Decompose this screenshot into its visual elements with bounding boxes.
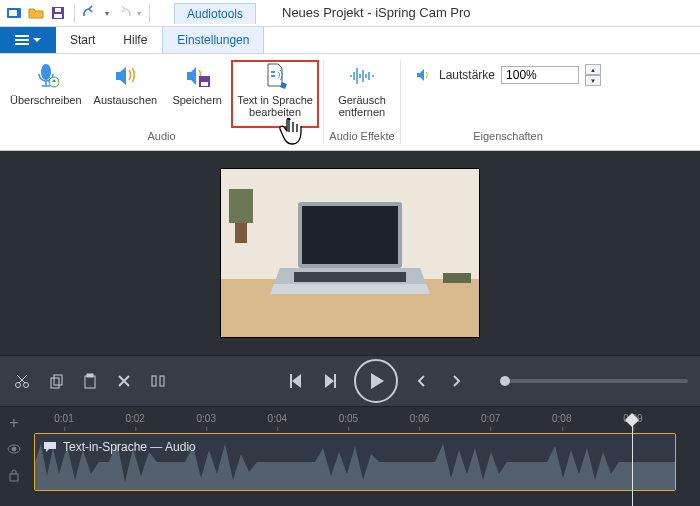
ruler-tick: 0:06 — [410, 413, 429, 424]
crop-button[interactable] — [148, 371, 168, 391]
svg-rect-26 — [334, 374, 336, 388]
svg-point-5 — [41, 64, 51, 80]
ruler-tick: 0:03 — [196, 413, 215, 424]
timeline: + 0:010:020:030:040:050:060:070:080:09 T… — [0, 407, 700, 506]
svg-rect-4 — [55, 8, 61, 12]
document-speech-icon — [259, 62, 291, 90]
svg-rect-12 — [235, 223, 247, 243]
ruler-tick: 0:04 — [268, 413, 287, 424]
microphone-icon — [30, 62, 62, 90]
svg-rect-22 — [87, 374, 93, 377]
svg-rect-19 — [51, 378, 59, 388]
copy-button[interactable] — [46, 371, 66, 391]
svg-point-17 — [16, 383, 21, 388]
prev-frame-button[interactable] — [412, 371, 432, 391]
laptop-icon — [270, 198, 430, 308]
svg-rect-24 — [160, 376, 164, 386]
denoise-button[interactable]: Geräusch entfernen — [328, 60, 396, 128]
next-frame-button[interactable] — [446, 371, 466, 391]
audio-track[interactable]: Text-in-Sprache — Audio — [34, 433, 676, 491]
tab-bar: Start Hilfe Einstellungen — [0, 27, 700, 54]
save-audio-button[interactable]: Speichern — [163, 60, 231, 128]
delete-button[interactable] — [114, 371, 134, 391]
svg-point-18 — [24, 383, 29, 388]
svg-rect-11 — [229, 189, 253, 223]
tab-settings[interactable]: Einstellungen — [162, 26, 264, 53]
svg-rect-13 — [443, 273, 471, 283]
window-title: Neues Projekt - iSpring Cam Pro — [282, 5, 471, 20]
svg-rect-1 — [9, 10, 17, 16]
playback-controls — [0, 355, 700, 407]
waveform-icon — [346, 62, 378, 90]
ruler-tick: 0:08 — [552, 413, 571, 424]
save-icon[interactable] — [50, 5, 66, 21]
ribbon-group-properties: Lautstärke ▲▼ Eigenschaften — [401, 60, 615, 144]
svg-rect-20 — [54, 375, 62, 385]
visibility-icon[interactable] — [6, 441, 22, 457]
ruler-tick: 0:07 — [481, 413, 500, 424]
svg-rect-3 — [54, 14, 62, 18]
ruler-tick: 0:05 — [339, 413, 358, 424]
track-label: Text-in-Sprache — Audio — [63, 440, 196, 454]
ribbon: Überschreiben Austauschen Speichern Text… — [0, 54, 700, 151]
quick-access-toolbar: ▾ ▾ Audiotools Neues Projekt - iSpring C… — [0, 0, 700, 27]
volume-spinner[interactable]: ▲▼ — [585, 64, 601, 86]
skip-start-button[interactable] — [286, 371, 306, 391]
ruler-tick: 0:01 — [54, 413, 73, 424]
play-button[interactable] — [354, 359, 398, 403]
replace-button[interactable]: Austauschen — [88, 60, 164, 128]
skip-end-button[interactable] — [320, 371, 340, 391]
open-icon[interactable] — [28, 5, 44, 21]
tab-help[interactable]: Hilfe — [109, 27, 161, 53]
app-icon — [6, 5, 22, 21]
svg-rect-29 — [10, 474, 18, 481]
preview-canvas — [220, 168, 480, 338]
redo-icon[interactable] — [115, 5, 131, 21]
add-track-button[interactable]: + — [6, 415, 22, 431]
volume-input[interactable] — [501, 66, 579, 84]
tab-start[interactable]: Start — [56, 27, 109, 53]
speech-bubble-icon — [43, 440, 57, 454]
volume-icon — [415, 67, 433, 83]
svg-rect-15 — [302, 206, 398, 264]
time-ruler[interactable]: 0:010:020:030:040:050:060:070:080:09 — [28, 407, 700, 429]
paste-button[interactable] — [80, 371, 100, 391]
lock-icon[interactable] — [6, 467, 22, 483]
contextual-tab-label: Audiotools — [174, 3, 256, 24]
file-menu-button[interactable] — [0, 27, 56, 53]
undo-icon[interactable] — [83, 5, 99, 21]
speaker-save-icon — [181, 62, 213, 90]
cut-button[interactable] — [12, 371, 32, 391]
svg-rect-16 — [294, 272, 406, 282]
scrub-bar[interactable] — [500, 379, 688, 383]
preview-area — [0, 151, 700, 355]
cursor-hand-icon — [276, 112, 310, 152]
volume-label: Lautstärke — [439, 68, 495, 82]
svg-rect-21 — [85, 376, 95, 388]
ruler-tick: 0:02 — [125, 413, 144, 424]
speaker-icon — [109, 62, 141, 90]
svg-rect-8 — [201, 82, 208, 86]
svg-rect-23 — [152, 376, 156, 386]
svg-point-28 — [12, 447, 16, 451]
ribbon-group-effects: Geräusch entfernen Audio Effekte — [324, 60, 401, 144]
svg-rect-25 — [290, 374, 292, 388]
overwrite-button[interactable]: Überschreiben — [4, 60, 88, 128]
